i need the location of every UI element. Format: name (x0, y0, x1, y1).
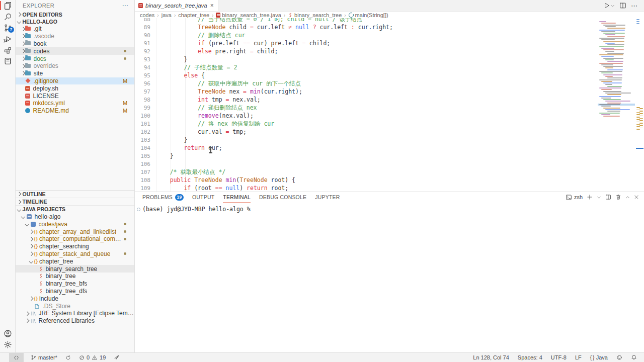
java-tree-item-chapter-computational-complexity[interactable]: { }chapter_computational_complexity (16, 235, 134, 243)
java-tree-item-binary-tree-bfs[interactable]: binary_tree_bfs (16, 280, 134, 288)
close-icon[interactable]: × (210, 2, 214, 9)
minimap-line (607, 111, 620, 112)
java-tree-item-codes-java[interactable]: codes/java (16, 220, 134, 228)
activity-notebook[interactable] (0, 55, 15, 66)
minimap-line (599, 21, 606, 22)
java-tree-item-chapter-tree[interactable]: { }chapter_tree (16, 257, 134, 265)
remote-indicator[interactable] (9, 353, 24, 362)
activity-account[interactable] (0, 328, 15, 339)
info-mark (636, 21, 639, 22)
breadcrumb-item-codes[interactable]: codes (140, 12, 154, 18)
java-tree-item-binary-search-tree[interactable]: binary_search_tree (16, 265, 134, 273)
code-area[interactable]: 88 // 当子结点数量 = 0 / 1 时; child = null / 该… (135, 18, 598, 192)
outline-section[interactable]: OUTLINE (16, 191, 134, 198)
tab-binary-search-tree[interactable]: binary_search_tree.java × (135, 0, 218, 11)
sync-status[interactable] (64, 355, 72, 360)
git-branch-status[interactable]: master* (30, 354, 58, 360)
java-ready-status[interactable] (113, 354, 121, 360)
breadcrumb-item-java[interactable]: java (162, 12, 172, 18)
breadcrumb-item-chapter-tree[interactable]: chapter_tree (178, 12, 209, 18)
chevron-right-icon (21, 42, 25, 46)
encoding-status[interactable]: UTF-8 (550, 354, 568, 360)
java-tree-item-jre-system-library-eclipse-temurin-17-17-[interactable]: JRE System Library [Eclipse Temurin 17 [… (16, 310, 134, 317)
explorer-file-tree: .git.vscodebookcodesdocsoverridessite.gi… (16, 25, 134, 115)
indentation-status[interactable]: Spaces: 4 (517, 354, 543, 360)
explorer-item--vscode[interactable]: .vscode (16, 33, 134, 40)
explorer-item-overrides[interactable]: overrides (16, 62, 134, 70)
new-terminal-icon[interactable] (587, 194, 593, 200)
notifications-status[interactable] (630, 354, 638, 360)
java-tree-item-include[interactable]: { }include (16, 295, 134, 302)
minimap-line (601, 114, 610, 115)
java-projects-section[interactable]: JAVA PROJECTS (16, 206, 134, 213)
minimap-line (599, 30, 625, 31)
panel-tab-terminal[interactable]: TERMINAL (223, 192, 251, 203)
eol-status[interactable]: LF (574, 354, 583, 360)
run-java-button[interactable] (603, 2, 615, 9)
explorer-item-codes[interactable]: codes (16, 47, 134, 55)
panel-tab-bar: PROBLEMS19OUTPUTTERMINALDEBUG CONSOLEJUP… (135, 192, 644, 202)
explorer-item-docs[interactable]: docs (16, 55, 134, 62)
language-mode-status[interactable]: { } Java (589, 354, 609, 360)
chevron-down-icon (29, 259, 33, 263)
more-actions-icon[interactable]: ⋯ (631, 2, 638, 10)
split-editor-icon[interactable] (619, 2, 626, 9)
line-number: 100 (135, 112, 150, 120)
java-tree-item--ds-store[interactable]: .DS_Store (16, 302, 134, 310)
java-tree-item-binary-tree-dfs[interactable]: binary_tree_dfs (16, 288, 134, 295)
breadcrumb-item-main-string-[interactable]: main(String[]) (349, 12, 388, 18)
panel-tab-debug-console[interactable]: DEBUG CONSOLE (259, 192, 306, 203)
java-tree-item-chapter-searching[interactable]: { }chapter_searching (16, 243, 134, 250)
explorer-item-site[interactable]: site (16, 70, 134, 77)
warning-mark (639, 120, 643, 121)
explorer-item-deploy-sh[interactable]: deploy.sh (16, 84, 134, 92)
command-decoration[interactable] (137, 208, 140, 211)
chevron-down-icon[interactable] (597, 195, 601, 200)
trash-icon[interactable] (615, 194, 621, 200)
explorer-item-readme-md[interactable]: README.mdM (16, 107, 134, 115)
shell-selector[interactable]: zsh (566, 194, 583, 201)
explorer-item-book[interactable]: book (16, 40, 134, 48)
explorer-item-mkdocs-yml[interactable]: mkdocs.ymlM (16, 100, 134, 107)
java-tree-item-chapter-stack-and-queue[interactable]: { }chapter_stack_and_queue (16, 250, 134, 258)
activity-explorer[interactable] (0, 0, 15, 11)
code-line: 94 // 子结点数量 = 2 (135, 63, 598, 71)
chevron-up-icon[interactable] (625, 195, 630, 200)
file-icon (25, 94, 30, 99)
panel-tab-jupyter[interactable]: JUPYTER (315, 192, 340, 203)
terminal-output[interactable]: (base) jyd@JYD-MBP hello-algo % (142, 206, 644, 213)
explorer-item--git[interactable]: .git (16, 25, 134, 33)
activity-search[interactable] (0, 11, 15, 22)
activity-source-control[interactable]: 7 (0, 22, 15, 33)
views-actions-icon[interactable]: ⋯ (122, 2, 128, 9)
java-tree-item-hello-algo[interactable]: hello-algo (16, 213, 134, 221)
explorer-item-license[interactable]: LICENSE (16, 92, 134, 100)
feedback-status[interactable] (615, 354, 623, 360)
activity-extensions[interactable] (0, 44, 15, 55)
timeline-section[interactable]: TIMELINE (16, 198, 134, 206)
code-text: } (150, 55, 187, 63)
minimap-line (601, 98, 611, 99)
problems-status[interactable]: 0 19 (78, 354, 107, 360)
minimap[interactable] (598, 18, 635, 192)
java-tree-item-binary-tree[interactable]: binary_tree (16, 273, 134, 280)
panel-tab-problems[interactable]: PROBLEMS19 (142, 192, 184, 203)
java-tree-item-referenced-libraries[interactable]: Referenced Libraries (16, 317, 134, 325)
split-terminal-icon[interactable] (605, 194, 611, 200)
activity-settings[interactable] (0, 339, 15, 350)
minimap-line (605, 109, 630, 110)
project-root-section[interactable]: HELLO-ALGO (16, 18, 134, 25)
panel-tab-output[interactable]: OUTPUT (192, 192, 214, 203)
explorer-item--gitignore[interactable]: .gitignoreM (16, 77, 134, 85)
minimap-line (605, 101, 630, 102)
activity-run-debug[interactable] (0, 33, 15, 44)
minimap-line (601, 48, 614, 49)
close-panel-icon[interactable] (634, 195, 639, 200)
cursor-position-status[interactable]: Ln 128, Col 74 (472, 354, 510, 360)
line-number: 96 (135, 79, 150, 87)
java-tree-item-chapter-array-and-linkedlist[interactable]: { }chapter_array_and_linkedlist (16, 228, 134, 235)
open-editors-section[interactable]: OPEN EDITORS (16, 11, 134, 18)
overview-ruler[interactable] (635, 18, 644, 192)
breadcrumb-item-binary-search-tree[interactable]: binary_search_tree (288, 12, 342, 18)
breadcrumb-item-binary-search-tree-java[interactable]: binary_search_tree.java (216, 12, 281, 18)
